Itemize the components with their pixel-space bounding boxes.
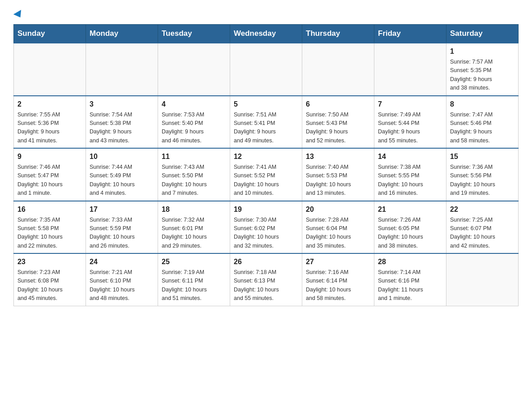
day-number: 3 xyxy=(90,99,154,110)
day-info: Sunrise: 7:21 AMSunset: 6:10 PMDaylight:… xyxy=(90,268,154,303)
day-number: 9 xyxy=(17,151,82,162)
day-info: Sunrise: 7:19 AMSunset: 6:11 PMDaylight:… xyxy=(162,268,226,303)
day-number: 7 xyxy=(378,99,442,110)
calendar-table: SundayMondayTuesdayWednesdayThursdayFrid… xyxy=(13,24,519,306)
calendar-cell: 9Sunrise: 7:46 AMSunset: 5:47 PMDaylight… xyxy=(14,148,86,201)
calendar-cell: 15Sunrise: 7:36 AMSunset: 5:56 PMDayligh… xyxy=(446,148,519,201)
calendar-cell: 22Sunrise: 7:25 AMSunset: 6:07 PMDayligh… xyxy=(446,201,519,254)
calendar-cell: 12Sunrise: 7:41 AMSunset: 5:52 PMDayligh… xyxy=(230,148,302,201)
calendar-header-monday: Monday xyxy=(86,25,158,43)
day-info: Sunrise: 7:28 AMSunset: 6:04 PMDaylight:… xyxy=(306,216,370,251)
day-number: 23 xyxy=(17,257,82,267)
calendar-cell: 1Sunrise: 7:57 AMSunset: 5:35 PMDaylight… xyxy=(446,43,519,96)
day-number: 13 xyxy=(306,151,370,162)
day-number: 24 xyxy=(90,257,154,267)
day-info: Sunrise: 7:18 AMSunset: 6:13 PMDaylight:… xyxy=(234,268,298,303)
day-number: 4 xyxy=(162,99,226,110)
day-info: Sunrise: 7:14 AMSunset: 6:16 PMDaylight:… xyxy=(378,268,442,303)
day-number: 17 xyxy=(90,204,154,215)
day-info: Sunrise: 7:54 AMSunset: 5:38 PMDaylight:… xyxy=(90,111,154,146)
calendar-cell: 28Sunrise: 7:14 AMSunset: 6:16 PMDayligh… xyxy=(374,253,446,306)
day-number: 14 xyxy=(378,151,442,162)
day-info: Sunrise: 7:47 AMSunset: 5:46 PMDaylight:… xyxy=(450,111,515,146)
calendar-cell xyxy=(158,43,230,96)
day-info: Sunrise: 7:51 AMSunset: 5:41 PMDaylight:… xyxy=(234,111,298,146)
day-info: Sunrise: 7:36 AMSunset: 5:56 PMDaylight:… xyxy=(450,163,515,198)
logo-triangle-icon xyxy=(13,10,24,20)
day-number: 10 xyxy=(90,151,154,162)
day-info: Sunrise: 7:25 AMSunset: 6:07 PMDaylight:… xyxy=(450,216,515,251)
calendar-cell: 5Sunrise: 7:51 AMSunset: 5:41 PMDaylight… xyxy=(230,96,302,149)
day-number: 28 xyxy=(378,257,442,267)
calendar-header-row: SundayMondayTuesdayWednesdayThursdayFrid… xyxy=(14,25,519,43)
day-number: 2 xyxy=(17,99,82,110)
calendar-week-row: 2Sunrise: 7:55 AMSunset: 5:36 PMDaylight… xyxy=(14,96,519,149)
calendar-cell: 14Sunrise: 7:38 AMSunset: 5:55 PMDayligh… xyxy=(374,148,446,201)
calendar-header-thursday: Thursday xyxy=(302,25,374,43)
calendar-header-saturday: Saturday xyxy=(446,25,519,43)
day-number: 22 xyxy=(450,204,515,215)
day-info: Sunrise: 7:26 AMSunset: 6:05 PMDaylight:… xyxy=(378,216,442,251)
day-info: Sunrise: 7:33 AMSunset: 5:59 PMDaylight:… xyxy=(90,216,154,251)
day-info: Sunrise: 7:55 AMSunset: 5:36 PMDaylight:… xyxy=(17,111,82,146)
day-number: 12 xyxy=(234,151,298,162)
calendar-cell: 10Sunrise: 7:44 AMSunset: 5:49 PMDayligh… xyxy=(86,148,158,201)
calendar-cell: 23Sunrise: 7:23 AMSunset: 6:08 PMDayligh… xyxy=(14,253,86,306)
day-info: Sunrise: 7:49 AMSunset: 5:44 PMDaylight:… xyxy=(378,111,442,146)
calendar-header-wednesday: Wednesday xyxy=(230,25,302,43)
day-number: 16 xyxy=(17,204,82,215)
day-number: 21 xyxy=(378,204,442,215)
calendar-cell: 3Sunrise: 7:54 AMSunset: 5:38 PMDaylight… xyxy=(86,96,158,149)
calendar-cell: 8Sunrise: 7:47 AMSunset: 5:46 PMDaylight… xyxy=(446,96,519,149)
day-number: 27 xyxy=(306,257,370,267)
day-info: Sunrise: 7:41 AMSunset: 5:52 PMDaylight:… xyxy=(234,163,298,198)
calendar-cell xyxy=(374,43,446,96)
page-header xyxy=(13,9,519,20)
day-number: 19 xyxy=(234,204,298,215)
calendar-cell xyxy=(446,253,519,306)
calendar-cell xyxy=(86,43,158,96)
calendar-cell: 13Sunrise: 7:40 AMSunset: 5:53 PMDayligh… xyxy=(302,148,374,201)
day-info: Sunrise: 7:44 AMSunset: 5:49 PMDaylight:… xyxy=(90,163,154,198)
day-info: Sunrise: 7:30 AMSunset: 6:02 PMDaylight:… xyxy=(234,216,298,251)
day-info: Sunrise: 7:23 AMSunset: 6:08 PMDaylight:… xyxy=(17,268,82,303)
day-info: Sunrise: 7:53 AMSunset: 5:40 PMDaylight:… xyxy=(162,111,226,146)
calendar-cell: 20Sunrise: 7:28 AMSunset: 6:04 PMDayligh… xyxy=(302,201,374,254)
day-number: 25 xyxy=(162,257,226,267)
calendar-cell xyxy=(14,43,86,96)
day-number: 6 xyxy=(306,99,370,110)
calendar-cell: 24Sunrise: 7:21 AMSunset: 6:10 PMDayligh… xyxy=(86,253,158,306)
day-number: 26 xyxy=(234,257,298,267)
calendar-header-tuesday: Tuesday xyxy=(158,25,230,43)
calendar-week-row: 9Sunrise: 7:46 AMSunset: 5:47 PMDaylight… xyxy=(14,148,519,201)
day-number: 11 xyxy=(162,151,226,162)
calendar-cell: 25Sunrise: 7:19 AMSunset: 6:11 PMDayligh… xyxy=(158,253,230,306)
calendar-cell: 16Sunrise: 7:35 AMSunset: 5:58 PMDayligh… xyxy=(14,201,86,254)
day-info: Sunrise: 7:46 AMSunset: 5:47 PMDaylight:… xyxy=(17,163,82,198)
day-number: 5 xyxy=(234,99,298,110)
day-info: Sunrise: 7:50 AMSunset: 5:43 PMDaylight:… xyxy=(306,111,370,146)
calendar-cell: 6Sunrise: 7:50 AMSunset: 5:43 PMDaylight… xyxy=(302,96,374,149)
day-number: 20 xyxy=(306,204,370,215)
calendar-cell: 27Sunrise: 7:16 AMSunset: 6:14 PMDayligh… xyxy=(302,253,374,306)
calendar-week-row: 16Sunrise: 7:35 AMSunset: 5:58 PMDayligh… xyxy=(14,201,519,254)
day-number: 8 xyxy=(450,99,515,110)
calendar-week-row: 23Sunrise: 7:23 AMSunset: 6:08 PMDayligh… xyxy=(14,253,519,306)
calendar-header-sunday: Sunday xyxy=(14,25,86,43)
day-number: 18 xyxy=(162,204,226,215)
day-info: Sunrise: 7:16 AMSunset: 6:14 PMDaylight:… xyxy=(306,268,370,303)
day-info: Sunrise: 7:43 AMSunset: 5:50 PMDaylight:… xyxy=(162,163,226,198)
calendar-cell: 11Sunrise: 7:43 AMSunset: 5:50 PMDayligh… xyxy=(158,148,230,201)
day-info: Sunrise: 7:40 AMSunset: 5:53 PMDaylight:… xyxy=(306,163,370,198)
day-info: Sunrise: 7:32 AMSunset: 6:01 PMDaylight:… xyxy=(162,216,226,251)
calendar-cell: 19Sunrise: 7:30 AMSunset: 6:02 PMDayligh… xyxy=(230,201,302,254)
calendar-cell: 26Sunrise: 7:18 AMSunset: 6:13 PMDayligh… xyxy=(230,253,302,306)
day-number: 15 xyxy=(450,151,515,162)
logo xyxy=(13,9,23,20)
day-number: 1 xyxy=(450,46,515,57)
calendar-header-friday: Friday xyxy=(374,25,446,43)
calendar-cell: 2Sunrise: 7:55 AMSunset: 5:36 PMDaylight… xyxy=(14,96,86,149)
calendar-cell: 17Sunrise: 7:33 AMSunset: 5:59 PMDayligh… xyxy=(86,201,158,254)
calendar-cell: 21Sunrise: 7:26 AMSunset: 6:05 PMDayligh… xyxy=(374,201,446,254)
calendar-cell: 7Sunrise: 7:49 AMSunset: 5:44 PMDaylight… xyxy=(374,96,446,149)
